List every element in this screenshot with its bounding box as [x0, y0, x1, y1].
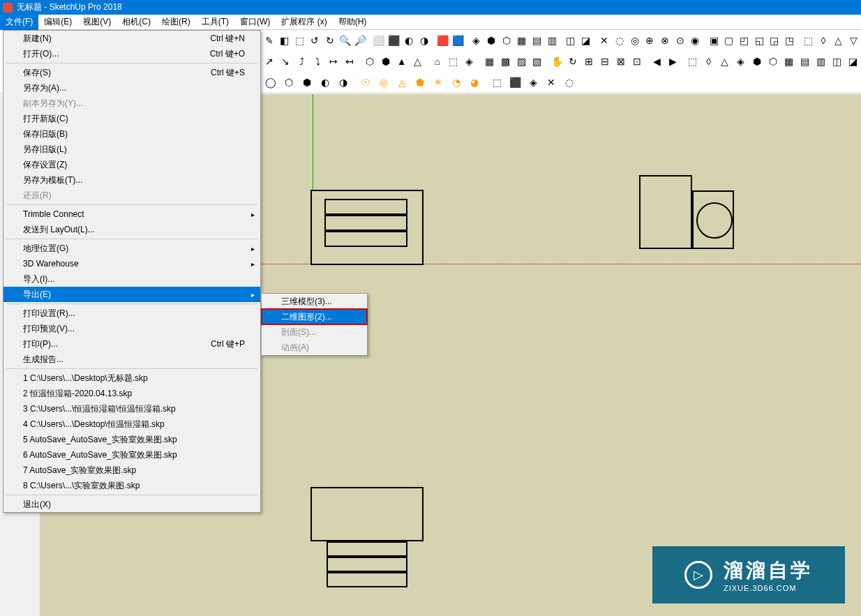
- menu-item[interactable]: 绘图(R): [156, 14, 196, 30]
- toolbar-button[interactable]: ⊕: [643, 32, 657, 49]
- toolbar-button[interactable]: ⬚: [801, 32, 815, 49]
- toolbar-button[interactable]: ▣: [707, 32, 721, 49]
- toolbar-button[interactable]: ⊙: [673, 32, 687, 49]
- toolbar-button[interactable]: ✕: [543, 74, 560, 91]
- toolbar-button[interactable]: ⬢: [485, 32, 499, 49]
- toolbar-button[interactable]: ◯: [262, 74, 279, 91]
- toolbar-button[interactable]: ◀: [650, 53, 664, 70]
- toolbar-button[interactable]: ◰: [738, 32, 751, 49]
- menu-item[interactable]: 保存旧版(B): [3, 126, 260, 142]
- menu-item[interactable]: 相机(C): [117, 14, 156, 30]
- toolbar-button[interactable]: ☉: [357, 74, 374, 91]
- menu-item[interactable]: 4 C:\Users\...\Desktop\恒温恒湿箱.skp: [3, 416, 260, 432]
- menu-item[interactable]: 新建(N)Ctrl 键+N: [3, 31, 260, 46]
- menu-item[interactable]: 视图(V): [77, 14, 117, 30]
- menu-item[interactable]: 1 C:\Users\...\Desktop\无标题.skp: [3, 370, 260, 386]
- toolbar-button[interactable]: ⬚: [685, 53, 700, 70]
- toolbar-button[interactable]: ↺: [308, 32, 322, 49]
- menu-item[interactable]: 另存旧版(L): [3, 142, 260, 157]
- menu-item[interactable]: 打印预览(V)...: [3, 321, 260, 336]
- toolbar-button[interactable]: ↦: [327, 53, 341, 70]
- menu-item[interactable]: 8 C:\Users\...\实验室效果图.skp: [3, 478, 260, 493]
- toolbar-button[interactable]: ◫: [830, 53, 844, 70]
- toolbar-button[interactable]: ⬛: [387, 32, 401, 49]
- toolbar-button[interactable]: ◉: [689, 32, 703, 49]
- toolbar-button[interactable]: ⌂: [430, 53, 444, 70]
- menu-item[interactable]: 7 AutoSave_实验室效果图.skp: [3, 463, 260, 478]
- toolbar-button[interactable]: ▦: [482, 53, 497, 70]
- menu-item[interactable]: 保存设置(Z): [3, 157, 260, 172]
- menu-item[interactable]: 工具(T): [196, 14, 234, 30]
- toolbar-button[interactable]: ↗: [262, 53, 277, 70]
- toolbar-button[interactable]: ◫: [564, 32, 578, 49]
- toolbar-button[interactable]: ◧: [278, 32, 292, 49]
- menu-item[interactable]: 打开(O)...Ctrl 键+O: [3, 46, 260, 61]
- file-menu-dropdown[interactable]: 新建(N)Ctrl 键+N打开(O)...Ctrl 键+O保存(S)Ctrl 键…: [3, 30, 261, 513]
- menu-item[interactable]: 打开新版(C): [3, 111, 260, 126]
- toolbar-button[interactable]: ◐: [317, 74, 334, 91]
- menu-bar[interactable]: 文件(F)编辑(E)视图(V)相机(C)绘图(R)工具(T)窗口(W)扩展程序 …: [0, 15, 861, 30]
- toolbar-button[interactable]: ⊗: [658, 32, 672, 49]
- toolbar-button[interactable]: ◎: [628, 32, 642, 49]
- toolbar-button[interactable]: ⬟: [412, 74, 428, 91]
- toolbar-button[interactable]: ▶: [666, 53, 680, 70]
- toolbar-button[interactable]: ✳: [430, 74, 447, 91]
- menu-item[interactable]: 窗口(W): [234, 14, 276, 30]
- toolbar-button[interactable]: ◈: [525, 74, 541, 91]
- submenu-item[interactable]: 二维图形(2)...: [262, 309, 367, 324]
- menu-item[interactable]: 导出(E): [3, 287, 260, 302]
- toolbar-button[interactable]: ⬡: [500, 32, 514, 49]
- toolbar-button[interactable]: ⬢: [299, 74, 315, 91]
- toolbar-button[interactable]: ▩: [498, 53, 513, 70]
- toolbar-button[interactable]: ◲: [768, 32, 781, 49]
- toolbar-button[interactable]: ◈: [462, 53, 477, 70]
- toolbar-button[interactable]: ▤: [798, 53, 812, 70]
- toolbar-button[interactable]: △: [410, 53, 425, 70]
- toolbar-button[interactable]: ▢: [722, 32, 736, 49]
- toolbar-button[interactable]: ⊟: [598, 53, 613, 70]
- submenu-item[interactable]: 三维模型(3)...: [262, 294, 367, 309]
- toolbar-button[interactable]: ◐: [402, 32, 416, 49]
- toolbar-button[interactable]: ◊: [816, 32, 830, 49]
- toolbar-button[interactable]: 🔍: [338, 32, 352, 49]
- toolbar-button[interactable]: ◕: [466, 74, 483, 91]
- menu-item[interactable]: 地理位置(G): [3, 241, 260, 256]
- menu-item[interactable]: 导入(I)...: [3, 271, 260, 287]
- toolbar-button[interactable]: ▨: [514, 53, 529, 70]
- toolbar-button[interactable]: ⬜: [372, 32, 386, 49]
- toolbar-button[interactable]: ▤: [530, 32, 544, 49]
- toolbar-button[interactable]: ◈: [733, 53, 748, 70]
- toolbar-button[interactable]: ⊡: [630, 53, 645, 70]
- toolbar-button[interactable]: ◎: [375, 74, 392, 91]
- toolbar-button[interactable]: ✕: [597, 32, 611, 49]
- toolbar-button[interactable]: ◈: [470, 32, 484, 49]
- toolbar-button[interactable]: ⬡: [280, 74, 297, 91]
- toolbar-button[interactable]: ▲: [394, 53, 409, 70]
- menu-item[interactable]: 文件(F): [0, 14, 38, 30]
- menu-item[interactable]: 另存为模板(T)...: [3, 172, 260, 188]
- toolbar-button[interactable]: ⬚: [292, 32, 306, 49]
- toolbar-button[interactable]: ⬛: [507, 74, 523, 91]
- toolbar-button[interactable]: ✋: [550, 53, 564, 70]
- toolbar-button[interactable]: ▥: [814, 53, 828, 70]
- toolbar-button[interactable]: ↻: [566, 53, 581, 70]
- toolbar-button[interactable]: ▦: [515, 32, 529, 49]
- toolbar-button[interactable]: 🟥: [436, 32, 450, 49]
- toolbar-button[interactable]: ✎: [262, 32, 276, 49]
- toolbar-button[interactable]: △: [717, 53, 732, 70]
- menu-item[interactable]: 保存(S)Ctrl 键+S: [3, 65, 260, 80]
- menu-item[interactable]: 打印(P)...Ctrl 键+P: [3, 336, 260, 352]
- menu-item[interactable]: 发送到 LayOut(L)...: [3, 222, 260, 237]
- toolbar-button[interactable]: ⬡: [362, 53, 377, 70]
- toolbar-button[interactable]: △: [832, 32, 846, 49]
- toolbar-button[interactable]: ▽: [846, 32, 860, 49]
- menu-item[interactable]: 退出(X): [3, 497, 260, 512]
- menu-item[interactable]: 另存为(A)...: [3, 80, 260, 96]
- toolbar-button[interactable]: ⊞: [582, 53, 597, 70]
- toolbar-button[interactable]: ⬢: [749, 53, 764, 70]
- menu-item[interactable]: 2 恒温恒湿箱-2020.04.13.skp: [3, 386, 260, 401]
- toolbar-button[interactable]: ⬢: [378, 53, 393, 70]
- menu-item[interactable]: Trimble Connect: [3, 206, 260, 222]
- toolbar-button[interactable]: ◪: [846, 53, 860, 70]
- toolbar-button[interactable]: ↻: [323, 32, 337, 49]
